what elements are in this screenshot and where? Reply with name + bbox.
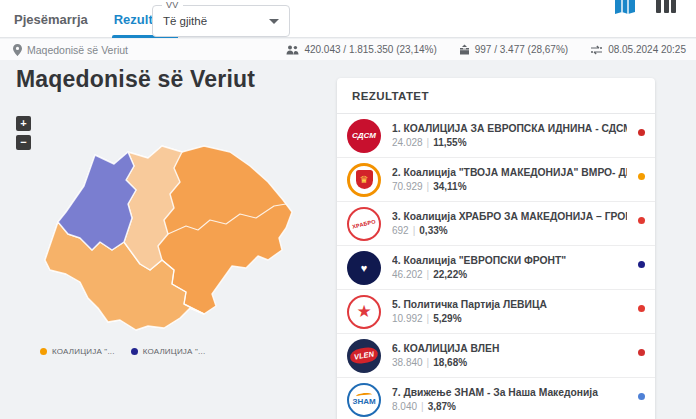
filter-dropdown[interactable]: VV Të gjithë [152, 5, 290, 37]
party-results: 10.992|5,29% [392, 313, 627, 324]
result-texts: 7. Движење ЗНАМ - За Наша Македонија8.04… [392, 387, 627, 412]
znam-party-logo: ЗНАМ [347, 383, 381, 417]
location-pin-icon [13, 44, 22, 56]
grom-party-logo: ХРАБРО [347, 207, 381, 241]
votes-percent: 18,68% [433, 357, 467, 368]
efront-party-logo: ♥ [347, 251, 381, 285]
map-region-northwest[interactable] [58, 152, 136, 250]
legend-dot [131, 348, 138, 355]
page-title: Maqedonisë së Veriut [16, 66, 255, 93]
chevron-down-icon [269, 19, 279, 24]
topbar: Pjesëmarrja Rezultatet VV Të gjithë [0, 0, 696, 38]
filter-dropdown-label: VV [162, 0, 183, 10]
tab-pjesemarrja[interactable]: Pjesëmarrja [14, 0, 88, 38]
logo-text: ЗНАМ [352, 397, 375, 406]
zoom-in-button[interactable]: + [16, 116, 31, 131]
last-update-icon [590, 45, 603, 55]
vmro-party-logo: ♛ [347, 163, 381, 197]
result-row[interactable]: ♛2. Коалиција "ТВОЈА МАКЕДОНИЈА" ВМРО- Д… [337, 158, 655, 202]
party-name: 4. Коалиција "ЕВРОПСКИ ФРОНТ" [392, 255, 627, 266]
subbar: Maqedonisë së Veriut 420.043 / 1.815.350… [0, 39, 696, 60]
turnout-stat: 420.043 / 1.815.350 (23,14%) [286, 44, 436, 55]
topbar-icons [614, 0, 676, 16]
votes-percent: 34,11% [433, 181, 466, 192]
party-color-dot [638, 349, 645, 356]
party-color-dot [638, 393, 645, 400]
party-results: 38.840|18,68% [392, 357, 627, 368]
result-row[interactable]: ЗНАМ7. Движење ЗНАМ - За Наша Македонија… [337, 378, 655, 419]
levica-party-logo: ★ [347, 295, 381, 329]
logo-text: ХРАБРО [352, 218, 377, 230]
party-name: 3. Коалиција ХРАБРО ЗА МАКЕДОНИЈА – ГРОМ [392, 211, 627, 222]
party-color-dot [638, 261, 645, 268]
result-row[interactable]: VLEN6. КОАЛИЦИЈА ВЛЕН38.840|18,68% [337, 334, 655, 378]
result-row[interactable]: ★5. Политичка Партија ЛЕВИЦА10.992|5,29% [337, 290, 655, 334]
country-map[interactable] [36, 142, 298, 340]
votes-count: 10.992 [392, 313, 423, 324]
result-row[interactable]: СДСМ1. КОАЛИЦИЈА ЗА ЕВРОПСКА ИДНИНА - СД… [337, 114, 655, 158]
votes-count: 8.040 [392, 401, 417, 412]
last-update-stat-value: 08.05.2024 20:25 [608, 44, 686, 55]
result-texts: 2. Коалиција "ТВОЈА МАКЕДОНИЈА" ВМРО- ДП… [392, 167, 627, 192]
votes-count: 46.202 [392, 269, 423, 280]
ballot-box-icon [459, 44, 470, 55]
bar-columns-icon[interactable] [656, 0, 676, 13]
result-texts: 3. Коалиција ХРАБРО ЗА МАКЕДОНИЈА – ГРОМ… [392, 211, 627, 236]
map-legend: КОАЛИЦИЈА "... КОАЛИЦИЈА "... [40, 347, 205, 356]
party-color-dot [638, 305, 645, 312]
polling-stations-stat: 997 / 3.477 (28,67%) [459, 44, 568, 55]
result-row[interactable]: ХРАБРО3. Коалиција ХРАБРО ЗА МАКЕДОНИЈА … [337, 202, 655, 246]
party-name: 7. Движење ЗНАМ - За Наша Македонија [392, 387, 627, 398]
separator: | [427, 137, 430, 148]
breadcrumb-label: Maqedonisë së Veriut [27, 44, 128, 56]
breadcrumb[interactable]: Maqedonisë së Veriut [13, 44, 128, 56]
party-color-dot [638, 129, 645, 136]
last-update-stat: 08.05.2024 20:25 [590, 44, 686, 55]
results-header: REZULTATET [337, 78, 655, 114]
results-list: СДСМ1. КОАЛИЦИЈА ЗА ЕВРОПСКА ИДНИНА - СД… [337, 114, 655, 419]
separator: | [427, 269, 430, 280]
votes-percent: 5,29% [433, 313, 461, 324]
result-row[interactable]: ♥4. Коалиција "ЕВРОПСКИ ФРОНТ"46.202|22,… [337, 246, 655, 290]
party-results: 70.929|34,11% [392, 181, 627, 192]
polling-stations-stat-value: 997 / 3.477 (28,67%) [475, 44, 568, 55]
party-color-dot [638, 217, 645, 224]
zoom-out-button[interactable]: − [16, 135, 31, 150]
filter-dropdown-value: Të gjithë [163, 15, 269, 27]
stats-bar: 420.043 / 1.815.350 (23,14%) 997 / 3.477… [286, 39, 686, 60]
party-results: 692|0,33% [392, 225, 627, 236]
legend-label: КОАЛИЦИЈА "... [52, 347, 115, 356]
separator: | [421, 401, 424, 412]
separator: | [427, 357, 430, 368]
party-results: 24.028|11,55% [392, 137, 627, 148]
separator: | [427, 181, 430, 192]
party-name: 6. КОАЛИЦИЈА ВЛЕН [392, 343, 627, 354]
results-panel: REZULTATET СДСМ1. КОАЛИЦИЈА ЗА ЕВРОПСКА … [337, 78, 655, 419]
map-zoom-controls: + − [16, 116, 31, 150]
sdsm-party-logo: СДСМ [347, 119, 381, 153]
separator: | [427, 313, 430, 324]
logo-text: VLEN [349, 346, 379, 366]
party-name: 1. КОАЛИЦИЈА ЗА ЕВРОПСКА ИДНИНА - СДСМ [392, 123, 627, 134]
votes-percent: 11,55% [433, 137, 466, 148]
party-name: 5. Политичка Партија ЛЕВИЦА [392, 299, 627, 310]
separator: | [413, 225, 416, 236]
party-results: 46.202|22,22% [392, 269, 627, 280]
votes-count: 24.028 [392, 137, 423, 148]
result-texts: 6. КОАЛИЦИЈА ВЛЕН38.840|18,68% [392, 343, 627, 368]
turnout-stat-value: 420.043 / 1.815.350 (23,14%) [304, 44, 436, 55]
votes-percent: 0,33% [419, 225, 447, 236]
votes-count: 38.840 [392, 357, 423, 368]
legend-item[interactable]: КОАЛИЦИЈА "... [131, 347, 206, 356]
votes-percent: 3,87% [428, 401, 456, 412]
party-results: 8.040|3,87% [392, 401, 627, 412]
party-name: 2. Коалиција "ТВОЈА МАКЕДОНИЈА" ВМРО- ДП… [392, 167, 627, 178]
vlen-party-logo: VLEN [347, 339, 381, 373]
result-texts: 5. Политичка Партија ЛЕВИЦА10.992|5,29% [392, 299, 627, 324]
legend-label: КОАЛИЦИЈА "... [143, 347, 206, 356]
map-icon[interactable] [614, 0, 636, 16]
legend-item[interactable]: КОАЛИЦИЈА "... [40, 347, 115, 356]
legend-dot [40, 348, 47, 355]
logo-text: ♛ [356, 170, 373, 189]
voters-icon [286, 45, 299, 55]
